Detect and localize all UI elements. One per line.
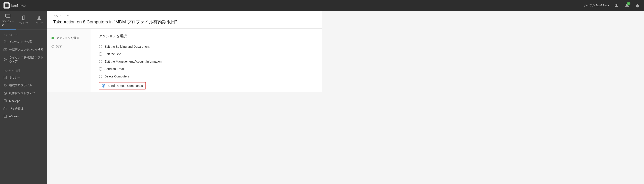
step-dot-inactive (52, 45, 54, 48)
sidebar-item-policy[interactable]: ポリシー (0, 73, 47, 81)
radio-circle-edit-site (99, 52, 102, 56)
svg-rect-12 (4, 76, 6, 79)
radio-option-edit-management[interactable]: Edit the Management Account Information (99, 58, 314, 65)
svg-point-16 (4, 92, 6, 92)
sidebar-item-vpp[interactable]: 一括購入コンテンツを検索 (0, 46, 47, 54)
radio-circle-send-remote-commands (102, 84, 105, 88)
nav-left: J jamf PRO (4, 2, 26, 8)
jamf-logo-icon: J (4, 2, 10, 8)
main-content: コンピュータ Take Action on 8 Computers in "MD… (47, 11, 322, 92)
radio-option-delete-computers[interactable]: Delete Computers (99, 73, 314, 80)
content-area: アクションを選択 完了 アクションを選択 Edit the Building a… (47, 29, 322, 92)
step-select-action: アクションを選択 (47, 34, 91, 42)
highlight-box-send-remote-commands[interactable]: Send Remote Commands (99, 82, 146, 89)
radio-option-send-email[interactable]: Send an Email (99, 65, 314, 73)
sidebar-item-inventory-search[interactable]: インベントリ検索 (0, 38, 47, 46)
sidebar-item-restricted-software[interactable]: 制限付ソフトウェア (0, 89, 47, 92)
svg-line-8 (6, 42, 6, 43)
page-title: Take Action on 8 Computers in "MDM プロファイ… (53, 19, 316, 25)
radio-option-send-remote-commands[interactable]: Send Remote Commands (99, 80, 314, 91)
radio-option-cancel-management[interactable]: Cancel Management Commands (99, 91, 314, 92)
svg-point-15 (4, 85, 6, 86)
tab-computers[interactable]: コンピュータ (0, 11, 16, 29)
radio-circle-send-email (99, 67, 102, 71)
steps-panel: アクションを選択 完了 (47, 29, 91, 92)
jamf-logo: J jamf PRO (4, 2, 26, 8)
sidebar: コンピュータ デバイス ユーザ インベントリ インベントリ検索 (0, 11, 47, 92)
sidebar-item-licensed-software[interactable]: ライセンス取得済みソフトウェア (0, 54, 47, 65)
tab-users[interactable]: ユーザ (31, 11, 47, 29)
breadcrumb: コンピュータ (53, 14, 316, 18)
tab-devices[interactable]: デバイス (16, 11, 32, 29)
jamf-text: jamf (11, 4, 18, 7)
radio-option-edit-site[interactable]: Edit the Site (99, 50, 314, 58)
pro-text: PRO (20, 4, 26, 7)
top-nav: J jamf PRO すべての Jamf Pro ▾ 3 (0, 0, 322, 11)
options-title: アクションを選択 (99, 34, 314, 38)
svg-text:J: J (6, 4, 7, 7)
step-dot-active (52, 37, 54, 39)
content-section-header: コンテンツ管理 (0, 65, 47, 73)
radio-circle-delete-computers (99, 75, 102, 78)
svg-rect-3 (6, 14, 10, 17)
svg-point-5 (24, 19, 24, 19)
options-panel: アクションを選択 Edit the Building and Departmen… (91, 29, 322, 92)
svg-point-7 (4, 41, 6, 42)
step-complete: 完了 (47, 42, 91, 50)
sidebar-item-config-profile[interactable]: 構成プロファイル (0, 81, 47, 89)
radio-option-edit-building[interactable]: Edit the Building and Department (99, 43, 314, 50)
svg-point-6 (38, 16, 40, 18)
radio-circle-edit-building (99, 45, 102, 48)
radio-circle-edit-management (99, 60, 102, 63)
main-tabs: コンピュータ デバイス ユーザ (0, 11, 47, 30)
page-header: コンピュータ Take Action on 8 Computers in "MD… (47, 11, 322, 29)
inventory-section-header: インベントリ (0, 30, 47, 38)
